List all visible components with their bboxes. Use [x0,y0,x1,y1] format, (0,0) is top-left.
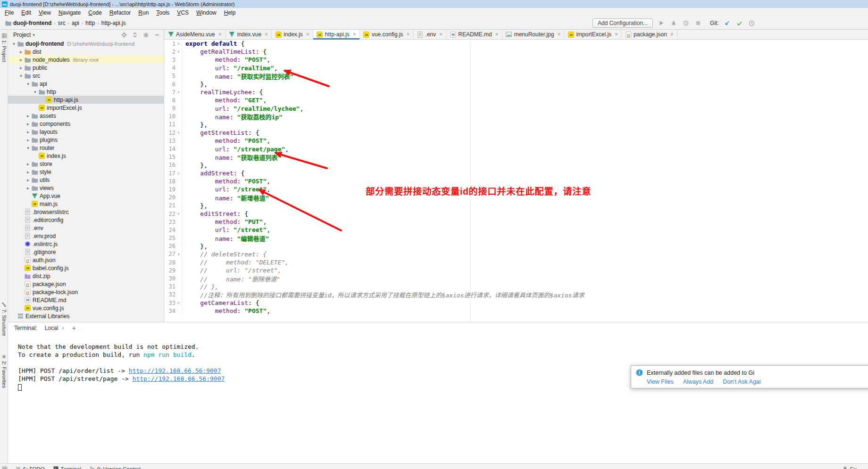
gutter[interactable]: 15 [164,153,182,161]
menu-run[interactable]: Run [134,9,152,16]
tree-item-views[interactable]: ▸views [8,184,164,192]
terminal-link[interactable]: http://192.168.66.56:9007 [129,367,221,374]
tree-item-src[interactable]: ▾src [8,72,164,80]
tree-item-utils[interactable]: ▸utils [8,176,164,184]
gutter[interactable]: 9 [164,105,182,113]
tree-item-api[interactable]: ▾api [8,80,164,88]
code-editor[interactable]: 1∨export default {2∨ getRealTimeList: {3… [164,40,868,322]
editor-tab-index-vue[interactable]: index.vue× [225,30,272,39]
tree-item-public[interactable]: ▸public [8,64,164,72]
gutter[interactable]: 19 [164,185,182,193]
tree-closed-arrow-icon[interactable]: ▸ [18,58,24,62]
tree-item-http-api-js[interactable]: JShttp-api.js [8,96,164,104]
tree-item-router[interactable]: ▾router [8,144,164,152]
tree-item-duoji-frontend[interactable]: ▾duoji-frontendD:\zheheWeb\duoji-fronten… [8,40,164,48]
menu-file[interactable]: File [1,9,17,16]
gutter[interactable]: 11 [164,121,182,129]
play-button[interactable] [657,20,665,26]
fold-arrow-icon[interactable]: ∨ [175,90,182,94]
menu-vcs[interactable]: VCS [173,9,192,16]
bug-button[interactable] [669,20,677,26]
notification-action-view-files[interactable]: View Files [647,378,674,385]
gutter[interactable]: 8 [164,96,182,104]
gutter[interactable]: 18 [164,177,182,185]
stop-button[interactable] [694,20,702,26]
tree-item-package-json[interactable]: {}package.json [8,280,164,288]
tree-item-plugins[interactable]: ▸plugins [8,136,164,144]
tree-closed-arrow-icon[interactable]: ▸ [25,162,31,166]
tree-open-arrow-icon[interactable]: ▾ [25,82,31,86]
add-terminal-button[interactable]: + [72,324,76,332]
menu-help[interactable]: Help [220,9,240,16]
gutter[interactable]: 13 [164,137,182,145]
tree-closed-arrow-icon[interactable]: ▸ [25,122,31,126]
tree-item-importexcel-js[interactable]: JSimportExcel.js [8,104,164,112]
tree-closed-arrow-icon[interactable]: ▸ [25,186,31,190]
gutter[interactable]: 4 [164,64,182,72]
collapse-button[interactable] [132,31,138,38]
breadcrumb-item-duoji-frontend[interactable]: duoji-frontend [4,20,53,26]
status-item-6-todo[interactable]: 6: TODO [16,466,45,469]
minus-button[interactable] [154,31,160,38]
gutter[interactable]: 27∨ [164,250,182,258]
tree-item-auth-json[interactable]: {}auth.json [8,256,164,264]
tree-item-external-libraries[interactable]: External Libraries [8,312,164,320]
gutter[interactable]: 22∨ [164,210,182,218]
gutter[interactable]: 5 [164,72,182,80]
tree-item-env[interactable]: .env [8,224,164,232]
fold-arrow-icon[interactable]: ∨ [175,49,182,54]
tree-closed-arrow-icon[interactable]: ▸ [18,49,24,54]
status-bar-right[interactable]: Ev [843,466,856,469]
vcs-history-button[interactable] [748,20,756,26]
vcs-update-button[interactable] [723,20,731,26]
editor-tab-http-api-js[interactable]: JShttp-api.js× [313,30,360,39]
menu-code[interactable]: Code [84,9,106,16]
tree-closed-arrow-icon[interactable]: ▸ [25,114,31,118]
add-configuration-button[interactable]: Add Configuration... [593,18,653,28]
menu-tools[interactable]: Tools [152,9,173,16]
tree-item-browserslistrc[interactable]: .browserslistrc [8,208,164,216]
fold-arrow-icon[interactable]: ∨ [175,41,182,46]
editor-tab-readme-md[interactable]: MREADME.md× [446,30,502,39]
tree-item-editorconfig[interactable]: .editorconfig [8,216,164,224]
tree-item-layouts[interactable]: ▸layouts [8,128,164,136]
gutter[interactable]: 10 [164,113,182,121]
menu-refactor[interactable]: Refactor [106,9,134,16]
gutter[interactable]: 21 [164,202,182,210]
gutter[interactable]: 17∨ [164,169,182,177]
chevron-down-icon[interactable]: ▾ [33,33,35,37]
tab-close-icon[interactable]: × [265,31,268,38]
tree-closed-arrow-icon[interactable]: ▸ [25,170,31,174]
tab-close-icon[interactable]: × [439,31,442,38]
notification-action-don-t-ask-agai[interactable]: Don't Ask Agai [723,378,760,385]
gutter[interactable]: 34 [164,307,182,315]
tree-open-arrow-icon[interactable]: ▾ [25,146,31,150]
vcs-commit-button[interactable] [735,20,743,26]
gutter[interactable]: 28 [164,258,182,266]
tree-item-gitignore[interactable]: .gitignore [8,248,164,256]
fold-arrow-icon[interactable]: ∨ [175,252,182,256]
gutter[interactable]: 7∨ [164,88,182,96]
menu-view[interactable]: View [35,9,55,16]
menu-window[interactable]: Window [192,9,220,16]
status-item-terminal[interactable]: Terminal [53,466,81,469]
tree-closed-arrow-icon[interactable]: ▸ [18,66,24,70]
gutter[interactable]: 24 [164,226,182,234]
gutter[interactable]: 23 [164,218,182,226]
tree-item-dist-zip[interactable]: dist.zip [8,272,164,280]
tree-item-eslintrc-js[interactable]: .eslintrc.js [8,240,164,248]
project-panel-title[interactable]: Project [13,32,31,38]
editor-tab-index-js[interactable]: JSindex.js× [272,30,313,39]
breadcrumb-item-src[interactable]: src [57,20,67,26]
gutter[interactable]: 25 [164,234,182,242]
tree-open-arrow-icon[interactable]: ▾ [32,90,38,94]
tree-item-components[interactable]: ▸components [8,120,164,128]
stripe-favorites-button[interactable]: 2: Favorites [0,354,8,388]
tab-close-icon[interactable]: × [495,31,499,38]
tree-item-dist[interactable]: ▸dist [8,48,164,56]
menu-navigate[interactable]: Navigate [55,9,84,16]
status-item-9-version-control[interactable]: 9: Version Control [90,466,140,469]
tab-close-icon[interactable]: × [557,31,560,38]
tab-close-icon[interactable]: × [306,31,309,38]
tab-close-icon[interactable]: × [615,31,618,38]
